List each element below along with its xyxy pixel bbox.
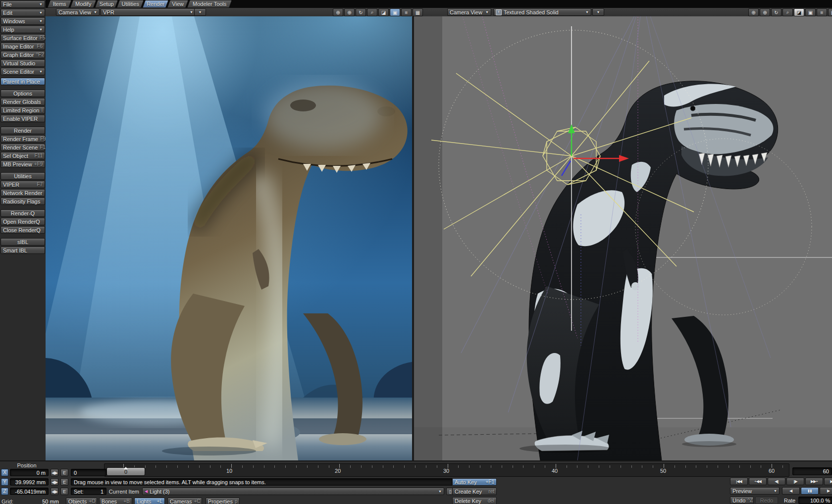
position-panel-title: Position bbox=[13, 462, 41, 468]
preview-dropdown[interactable]: Preview▼ bbox=[730, 487, 780, 495]
render-globals-button[interactable]: Render Globals bbox=[0, 98, 45, 105]
pan-icon[interactable]: ⊕ bbox=[333, 8, 343, 16]
save-view-icon[interactable]: ▦ bbox=[413, 8, 423, 16]
end-frame-field[interactable]: 60 bbox=[792, 467, 832, 475]
step-back-button[interactable]: ◀|| bbox=[768, 478, 785, 485]
position-x-value[interactable]: 0 m bbox=[10, 469, 49, 476]
render-frame-button[interactable]: Render FrameF9 bbox=[0, 135, 45, 143]
tab-render[interactable]: Render bbox=[142, 0, 169, 8]
x-envelope-button[interactable]: E bbox=[60, 469, 68, 476]
frame-slider-handle[interactable]: 0 bbox=[106, 467, 145, 476]
left-view-type-dropdown[interactable]: Camera View▼ bbox=[56, 8, 100, 16]
zoom-icon[interactable]: ⌕ bbox=[782, 8, 793, 16]
radiosity-flags-button[interactable]: Radiosity Flags bbox=[0, 198, 45, 205]
timeline-tick-label: 30 bbox=[443, 468, 449, 474]
right-viewport-options-dropdown[interactable]: ▼ bbox=[592, 8, 604, 16]
menu-help[interactable]: Help▼ bbox=[0, 26, 45, 33]
mb-preview-button[interactable]: MB Preview+F9 bbox=[0, 160, 45, 168]
axis-y-button[interactable]: Y bbox=[1, 478, 8, 486]
surface-editor-button[interactable]: Surface EditorF5 bbox=[0, 34, 45, 42]
lights-button[interactable]: Lights+L bbox=[134, 498, 165, 504]
section-header-sibl: sIBL bbox=[0, 238, 45, 246]
rotate-icon[interactable]: ⊕ bbox=[344, 8, 355, 16]
axis-z-button[interactable]: Z bbox=[1, 488, 8, 495]
virtual-studio-button[interactable]: Virtual Studio bbox=[0, 59, 45, 67]
tab-modeler-tools[interactable]: Modeler Tools bbox=[187, 0, 232, 8]
limited-region-button[interactable]: Limited Regionl bbox=[0, 106, 45, 114]
orbit-icon[interactable]: ↻ bbox=[771, 8, 781, 16]
rate-field[interactable]: 100.0 % bbox=[798, 497, 832, 504]
enable-viper-button[interactable]: Enable VIPER bbox=[0, 115, 45, 122]
sel-object-button[interactable]: Sel ObjectF11 bbox=[0, 152, 45, 159]
camera-icon[interactable]: ▣ bbox=[390, 8, 400, 16]
current-frame-field[interactable]: 0 bbox=[71, 469, 106, 476]
menu-file[interactable]: File▼ bbox=[0, 0, 45, 8]
play-reverse-button[interactable]: ◀ bbox=[782, 487, 800, 495]
redo-button[interactable]: Redo bbox=[755, 497, 778, 504]
open-renderq-button[interactable]: Open RenderQ bbox=[0, 218, 45, 225]
y-spinner[interactable]: ◀▶ bbox=[51, 478, 58, 486]
chevron-down-icon: ▼ bbox=[199, 10, 202, 14]
play-forward-button[interactable]: ▶ bbox=[820, 487, 832, 495]
delete-key-button[interactable]: Delete Keydel bbox=[452, 497, 497, 504]
timeline-ruler[interactable]: 10 20 30 40 50 60 0 bbox=[104, 463, 789, 477]
network-render-button[interactable]: Network Render bbox=[0, 189, 45, 197]
timeline-tick-label: 10 bbox=[226, 468, 232, 474]
camera-icon[interactable]: ▣ bbox=[805, 8, 816, 16]
go-last-frame-button[interactable]: ▶▶| bbox=[824, 478, 832, 485]
pan-icon[interactable]: ⊕ bbox=[748, 8, 759, 16]
list-icon[interactable]: ≡ bbox=[401, 8, 412, 16]
tab-items[interactable]: Items bbox=[47, 0, 72, 8]
smart-ibl-button[interactable]: Smart IBL bbox=[0, 247, 45, 254]
chevron-down-icon: ▼ bbox=[438, 490, 442, 493]
x-spinner[interactable]: ◀▶ bbox=[51, 469, 58, 476]
current-item-dropdown[interactable]: ◀Light (3) ▼ bbox=[142, 488, 444, 495]
menu-edit[interactable]: Edit▼ bbox=[0, 9, 45, 16]
properties-button[interactable]: Propertiesp bbox=[206, 498, 240, 504]
z-envelope-button[interactable]: E bbox=[60, 488, 68, 495]
position-y-value[interactable]: 39.9992 mm bbox=[10, 478, 49, 486]
save-view-icon[interactable]: ▦ bbox=[828, 8, 832, 16]
step-forward-button[interactable]: ||▶ bbox=[786, 478, 804, 485]
expand-icon[interactable]: ◪ bbox=[794, 8, 804, 16]
next-key-button[interactable]: ▶▶+ bbox=[805, 478, 823, 485]
left-render-mode-dropdown[interactable]: VPR▼ bbox=[101, 8, 196, 16]
right-render-mode-dropdown[interactable]: TTextured Shaded Solid▼ bbox=[493, 8, 591, 16]
objects-button[interactable]: Objects+O bbox=[66, 498, 97, 504]
left-viewport[interactable] bbox=[46, 16, 412, 460]
zoom-icon[interactable]: ⌕ bbox=[367, 8, 377, 16]
orbit-icon[interactable]: ↻ bbox=[356, 8, 366, 16]
graph-editor-button[interactable]: Graph Editor^F2 bbox=[0, 51, 45, 58]
go-first-frame-button[interactable]: |◀◀ bbox=[730, 478, 748, 485]
position-z-value[interactable]: -65.0419mm bbox=[10, 488, 49, 495]
undo-button[interactable]: Undo^Z bbox=[730, 497, 754, 504]
create-key-button[interactable]: Create Keyret bbox=[452, 488, 497, 495]
menu-windows[interactable]: Windows▼ bbox=[0, 17, 45, 25]
right-viewport[interactable] bbox=[414, 16, 832, 460]
viper-button[interactable]: VIPERF7 bbox=[0, 181, 45, 188]
bones-button[interactable]: Bones+B bbox=[99, 498, 132, 504]
right-view-type-dropdown[interactable]: Camera View▼ bbox=[447, 8, 491, 16]
cameras-button[interactable]: Cameras+C bbox=[167, 498, 202, 504]
close-renderq-button[interactable]: Close RenderQ bbox=[0, 226, 45, 234]
prev-key-button[interactable]: +◀◀ bbox=[749, 478, 767, 485]
pause-button[interactable]: ▮▮ bbox=[801, 487, 819, 495]
scene-editor-button[interactable]: Scene Editor▼ bbox=[0, 68, 45, 75]
selection-set-field[interactable]: Set:1 bbox=[71, 488, 106, 495]
image-editor-button[interactable]: Image EditorF6 bbox=[0, 43, 45, 50]
expand-icon[interactable]: ◪ bbox=[378, 8, 389, 16]
z-spinner[interactable]: ◀▶ bbox=[51, 488, 58, 495]
rotate-icon[interactable]: ⊕ bbox=[760, 8, 770, 16]
axis-x-button[interactable]: X bbox=[1, 469, 8, 476]
left-viewport-options-dropdown[interactable]: ▼ bbox=[194, 8, 206, 16]
tab-view[interactable]: View bbox=[167, 0, 189, 8]
y-envelope-button[interactable]: E bbox=[60, 478, 68, 486]
list-icon[interactable]: ≡ bbox=[817, 8, 827, 16]
light-item-icon: ◀ bbox=[145, 489, 148, 494]
tab-modify[interactable]: Modify bbox=[70, 0, 97, 8]
parent-in-place-button[interactable]: Parent in Place bbox=[0, 78, 45, 85]
tab-utilities[interactable]: Utilities bbox=[116, 0, 144, 8]
auto-key-button[interactable]: Auto Key+F1 bbox=[452, 478, 497, 486]
render-scene-button[interactable]: Render SceneF10 bbox=[0, 144, 45, 151]
tab-setup[interactable]: Setup bbox=[95, 0, 118, 8]
